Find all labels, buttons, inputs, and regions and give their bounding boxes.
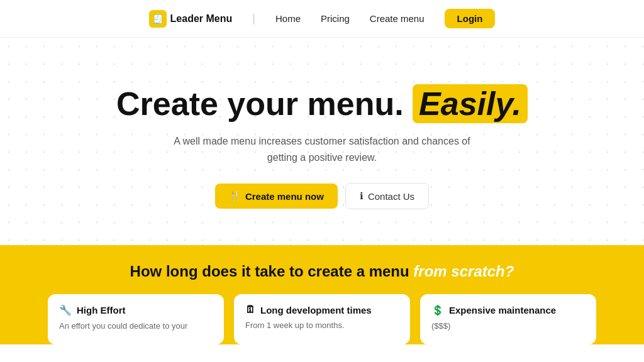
cards-row: 🔧 High Effort An effort you could dedica… [25,294,619,344]
logo-text: Leader Menu [170,13,233,25]
nav-link-create-menu[interactable]: Create menu [370,13,425,24]
contact-label: Contact Us [368,191,414,202]
nav-link-home[interactable]: Home [275,13,301,24]
card-text-2: From 1 week up to months. [245,320,399,331]
expensive-icon: 💲 [431,304,444,316]
card-long-dev: 🗓 Long development times From 1 week up … [234,294,410,344]
logo-icon: 🧾 [149,10,167,28]
hero-subtitle: A well made menu increases customer sati… [158,133,486,165]
create-menu-icon: 🍴 [229,190,241,202]
bottom-title-italic: from scratch? [413,263,514,280]
card-header-1: 🔧 High Effort [59,304,213,316]
hero-title: Create your menu. Easily. [116,86,528,122]
bottom-section: How long does it take to create a menu f… [0,245,644,344]
card-text-3: ($$$) [431,321,585,332]
card-title-1: High Effort [77,305,125,315]
create-menu-label: Create menu now [245,191,324,202]
high-effort-icon: 🔧 [59,304,72,316]
card-header-2: 🗓 Long development times [245,304,399,315]
bottom-title: How long does it take to create a menu f… [25,263,619,280]
long-dev-icon: 🗓 [245,304,255,315]
bottom-title-prefix: How long does it take to create a menu [130,263,409,280]
hero-buttons: 🍴 Create menu now ℹ Contact Us [215,183,429,209]
contact-icon: ℹ [360,190,364,202]
navbar: 🧾 Leader Menu | Home Pricing Create menu… [0,0,644,38]
login-button[interactable]: Login [445,9,496,28]
nav-divider: | [252,12,255,25]
card-high-effort: 🔧 High Effort An effort you could dedica… [48,294,224,344]
card-text-1: An effort you could dedicate to your [59,321,213,332]
nav-link-pricing[interactable]: Pricing [321,13,350,24]
card-expensive: 💲 Expensive maintenance ($$$) [420,294,596,344]
card-title-2: Long development times [260,305,372,315]
hero-title-highlight: Easily. [413,84,528,123]
contact-us-button[interactable]: ℹ Contact Us [345,183,429,209]
logo[interactable]: 🧾 Leader Menu [149,10,233,28]
hero-title-prefix: Create your menu. [116,85,404,122]
card-header-3: 💲 Expensive maintenance [431,304,585,316]
hero-section: Create your menu. Easily. A well made me… [0,38,644,245]
create-menu-button[interactable]: 🍴 Create menu now [215,184,338,209]
card-title-3: Expensive maintenance [449,305,556,315]
